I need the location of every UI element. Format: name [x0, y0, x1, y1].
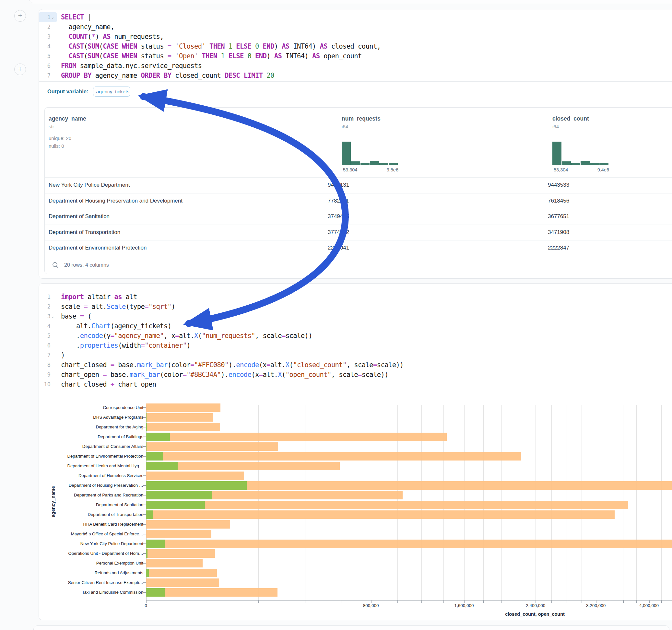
y-axis-label: Operations Unit - Department of Hom… — [40, 551, 143, 556]
num-requests-cell: 9453131 — [328, 182, 349, 188]
y-axis-tick — [143, 553, 146, 554]
y-axis-tick — [143, 446, 146, 447]
gridline — [649, 405, 649, 600]
y-axis-tick — [143, 456, 146, 457]
line-number[interactable]: 2 — [39, 22, 57, 32]
code-line[interactable]: 4 CAST(SUM(CASE WHEN status = 'Closed' T… — [39, 42, 672, 51]
column-type: i64 — [342, 124, 381, 129]
x-axis-tick — [649, 601, 650, 603]
code-line[interactable]: 1⌄SELECT — [39, 12, 672, 22]
bar-open-count — [146, 433, 170, 441]
num-requests-cell: 2240041 — [328, 245, 349, 251]
bar-open-count — [146, 462, 178, 470]
x-tick-label: 1,600,000 — [455, 603, 474, 608]
bar-open-count — [146, 588, 165, 597]
gridline — [661, 405, 662, 600]
histogram-closed-count — [552, 139, 608, 165]
histogram-bar — [379, 163, 388, 165]
code-line[interactable]: 6FROM sample_data.nyc.service_requests — [39, 61, 672, 71]
y-axis-tick — [143, 592, 146, 593]
line-number[interactable]: 4 — [39, 42, 57, 51]
previous-cell-edge — [29, 0, 672, 3]
histogram-bar — [370, 161, 379, 165]
y-axis-label: Department for the Aging — [40, 425, 143, 429]
y-axis-tick — [143, 524, 146, 525]
y-axis-label: DHS Advantage Programs — [40, 415, 143, 420]
text-cursor — [90, 14, 90, 21]
x-axis-tick — [637, 601, 637, 603]
x-axis-tick — [146, 601, 146, 603]
python-cell: 1import altair as alt2scale = alt.Scale(… — [39, 283, 672, 620]
line-number[interactable]: 3 — [39, 32, 57, 42]
code-line[interactable]: 5 CAST(SUM(CASE WHEN status = 'Open' THE… — [39, 51, 672, 61]
table-footer: 20 rows, 4 columns — [45, 256, 672, 274]
row-count-summary: 20 rows, 4 columns — [64, 262, 109, 268]
line-number[interactable]: 6 — [39, 61, 57, 71]
y-axis-tick — [143, 563, 146, 563]
y-axis-tick — [143, 543, 146, 544]
bar-closed-count — [146, 452, 521, 461]
add-cell-button[interactable]: + — [14, 10, 26, 22]
table-row: Department of Housing Preservation and D… — [45, 193, 672, 209]
y-axis-tick — [143, 485, 146, 486]
table-row: Department of Environmental Protection22… — [45, 240, 672, 256]
histogram-bar — [581, 161, 590, 165]
agency-name-cell: Department of Housing Preservation and D… — [49, 198, 183, 204]
bar-closed-count — [146, 549, 215, 558]
output-variable-pill[interactable]: agency_tickets — [93, 87, 130, 97]
sql-editor[interactable]: 1⌄SELECT 2 agency_name,3 COUNT(*) AS num… — [39, 12, 672, 80]
result-table: agency_name str unique: 20 nulls: 0 num_… — [44, 107, 672, 274]
bar-open-count — [146, 510, 153, 519]
y-axis-label: Correspondence Unit — [40, 405, 143, 410]
x-axis-tick — [464, 601, 465, 603]
closed-count-cell: 9443533 — [548, 182, 569, 188]
closed-count-cell: 3677651 — [548, 213, 569, 220]
y-axis-tick — [143, 476, 146, 476]
y-axis-tick — [143, 514, 146, 515]
agency-name-cell: New York City Police Department — [49, 182, 130, 188]
y-axis-label: Taxi and Limousine Commission — [40, 590, 143, 595]
line-number[interactable]: 5 — [39, 51, 57, 61]
line-number[interactable]: 1⌄ — [39, 12, 57, 22]
x-axis-tick — [371, 601, 371, 603]
next-cell-edge — [33, 626, 669, 630]
output-variable-label: Output variable: — [47, 89, 89, 95]
num-requests-cell: 7782211 — [328, 198, 349, 204]
code-line[interactable]: 3 COUNT(*) AS num_requests, — [39, 32, 672, 42]
bar-open-count — [146, 501, 205, 509]
y-axis-tick — [143, 505, 146, 505]
histogram-bar — [562, 162, 571, 165]
y-axis-tick — [143, 495, 146, 495]
code-text: FROM sample_data.nyc.service_requests — [57, 61, 201, 71]
x-axis-title: closed_count, open_count — [444, 611, 626, 617]
bar-open-count — [146, 442, 146, 451]
bar-open-count — [146, 549, 147, 558]
add-cell-button[interactable]: + — [14, 64, 26, 75]
bar-closed-count — [146, 423, 220, 431]
x-tick-label: 4,000,000 — [639, 603, 659, 608]
column-name: agency_name — [49, 115, 86, 122]
y-axis-tick — [143, 437, 146, 437]
code-line[interactable]: 2 agency_name, — [39, 22, 672, 32]
fold-chevron-icon[interactable]: ⌄ — [51, 12, 55, 22]
code-text: SELECT — [57, 12, 90, 22]
agency-name-cell: Department of Transportation — [49, 229, 120, 236]
x-axis-tick — [623, 601, 624, 603]
bar-open-count — [146, 452, 163, 461]
search-icon[interactable] — [52, 262, 59, 269]
x-axis-tick — [502, 601, 502, 603]
bar-closed-count — [146, 510, 615, 519]
histogram-bar — [389, 163, 398, 165]
histogram-bar — [599, 163, 608, 165]
bar-closed-count — [146, 413, 213, 421]
histogram-bar — [351, 162, 360, 165]
line-number[interactable]: 7 — [39, 71, 57, 80]
y-axis-label: Department of Homeless Services — [40, 473, 143, 478]
x-axis-line — [146, 600, 672, 601]
y-axis-label: Department of Buildings — [40, 434, 143, 439]
code-line[interactable]: 7GROUP BY agency_name ORDER BY closed_co… — [39, 71, 672, 80]
column-stat-nulls: nulls: 0 — [49, 142, 86, 150]
bar-closed-count — [146, 579, 219, 587]
bar-closed-count — [146, 501, 628, 509]
x-axis-tick — [551, 601, 552, 603]
